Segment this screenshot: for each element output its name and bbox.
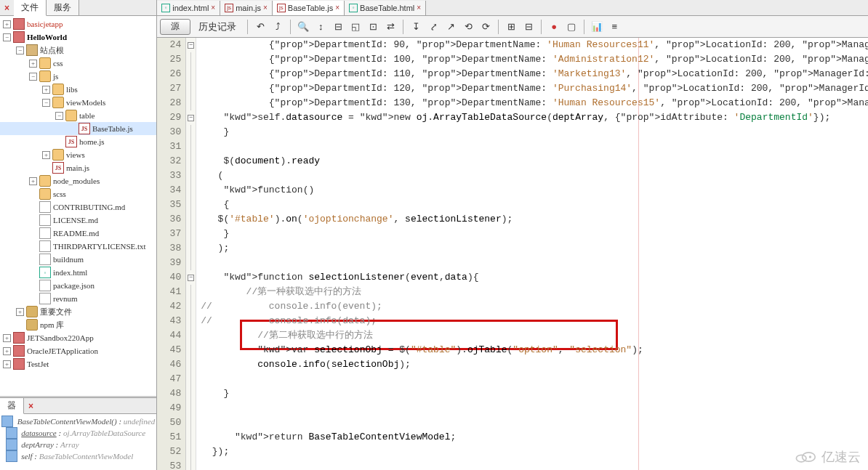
project-tabstrip: × 文件 服务 — [0, 0, 156, 16]
html-file-icon: ◦ — [349, 4, 358, 12]
close-icon[interactable]: × — [24, 401, 38, 411]
method-icon — [1, 416, 13, 427]
close-icon[interactable]: × — [417, 4, 421, 12]
project-icon — [13, 18, 25, 30]
html-file-icon: ◦ — [161, 4, 170, 12]
tree-basetable-js[interactable]: BaseTable.js — [92, 124, 133, 133]
navigator-outline[interactable]: BaseTableContentViewModel() : undefined … — [0, 414, 156, 463]
dedent-icon[interactable]: ↧ — [408, 19, 424, 35]
tab-navigator[interactable]: 器 — [0, 398, 24, 414]
find-icon[interactable]: 🔍 — [295, 19, 311, 35]
expand-icon[interactable]: − — [42, 99, 50, 107]
tree-table[interactable]: table — [79, 111, 95, 120]
source-button[interactable]: 源 — [160, 19, 190, 35]
tree-main-js[interactable]: main.js — [66, 163, 89, 172]
code-area[interactable]: {"prop">DepartmentId: 90, "prop">Departm… — [196, 38, 868, 470]
outline-vm[interactable]: BaseTableContentViewModel() — [17, 417, 117, 426]
project-tree[interactable]: +basicjetapp −HelloWorld −站点根 +css −js +… — [0, 16, 156, 396]
separator — [403, 20, 403, 34]
js-file-icon: js — [277, 4, 286, 12]
format-icon[interactable]: ◱ — [347, 19, 363, 35]
stop-icon[interactable]: ▢ — [563, 19, 579, 35]
editor-tab-basetable-html[interactable]: ◦BaseTable.html× — [345, 1, 426, 15]
redo-icon[interactable]: ⟳ — [478, 19, 494, 35]
tree-important-files[interactable]: 重要文件 — [40, 307, 72, 317]
tree-revnum[interactable]: revnum — [53, 294, 78, 303]
outline-self[interactable]: self — [21, 452, 32, 461]
tab-service[interactable]: 服务 — [47, 0, 79, 15]
tree-package-json[interactable]: package.json — [53, 281, 95, 290]
history-button[interactable]: 历史记录 — [192, 19, 243, 35]
tree-views[interactable]: views — [66, 150, 85, 159]
diff-icon[interactable]: ↕ — [313, 19, 329, 35]
toggle-icon[interactable]: ⊟ — [330, 19, 346, 35]
fold-column[interactable]: −−− — [186, 38, 196, 470]
editor-tab-basetable-js[interactable]: jsBaseTable.js× — [273, 1, 345, 15]
close-icon[interactable]: × — [335, 4, 339, 12]
expand-icon[interactable]: − — [3, 33, 11, 41]
important-files-icon — [26, 306, 38, 317]
list-icon[interactable]: ≡ — [606, 19, 622, 35]
tree-thirdparty[interactable]: THIRDPARTYLICENSE.txt — [53, 242, 146, 251]
tree-libs[interactable]: libs — [66, 85, 78, 94]
outline-datasource[interactable]: datasource — [21, 429, 56, 437]
tree-home-js[interactable]: home.js — [79, 137, 105, 146]
expand-icon[interactable]: − — [29, 73, 37, 81]
close-icon[interactable]: × — [211, 4, 215, 12]
nav-back-icon[interactable]: ↶ — [252, 19, 268, 35]
expand-icon[interactable]: + — [3, 360, 11, 368]
file-icon — [39, 240, 51, 252]
tree-css[interactable]: css — [53, 59, 63, 68]
tree-npm-lib[interactable]: npm 库 — [40, 320, 64, 331]
project-basicjetapp[interactable]: basicjetapp — [27, 20, 63, 28]
tree-js[interactable]: js — [53, 72, 58, 81]
expand-icon[interactable]: + — [29, 177, 37, 185]
expand-icon[interactable]: − — [16, 46, 24, 54]
tab-file[interactable]: 文件 — [14, 0, 47, 16]
expand-icon[interactable]: + — [3, 334, 11, 342]
wrap-icon[interactable]: ⊡ — [365, 19, 381, 35]
tree-index-html[interactable]: index.html — [53, 268, 87, 277]
outline-deptarray[interactable]: deptArray — [21, 440, 54, 449]
tree-viewmodels[interactable]: viewModels — [66, 98, 105, 107]
expand-icon[interactable]: − — [55, 112, 63, 120]
code-editor[interactable]: 2425262728293031323334353637383940414243… — [157, 38, 868, 470]
record-icon[interactable]: ● — [546, 19, 562, 35]
nav-fwd-icon[interactable]: ⤴ — [270, 19, 286, 35]
project-jetsandbox[interactable]: JETSandbox220App — [27, 333, 94, 342]
expand-icon[interactable]: + — [3, 20, 11, 28]
folder-icon — [39, 188, 51, 200]
expand-icon[interactable]: + — [16, 308, 24, 316]
project-oraclejet[interactable]: OracleJETApplication — [27, 347, 98, 355]
npm-lib-icon — [26, 319, 38, 331]
tree-readme[interactable]: README.md — [53, 229, 99, 238]
field-icon — [6, 450, 17, 462]
project-helloworld[interactable]: HelloWorld — [27, 33, 67, 41]
close-icon[interactable]: × — [0, 3, 14, 13]
indent-icon[interactable]: ⤤ — [425, 19, 441, 35]
left-panel: × 文件 服务 +basicjetapp −HelloWorld −站点根 +c… — [0, 0, 157, 470]
expand-icon[interactable]: + — [29, 60, 37, 68]
expand-icon[interactable]: + — [42, 151, 50, 159]
jump-icon[interactable]: ↗ — [443, 19, 459, 35]
tree-node-modules[interactable]: node_modules — [53, 177, 100, 185]
close-icon[interactable]: × — [263, 4, 268, 12]
collapse-icon[interactable]: ⊟ — [521, 19, 537, 35]
expand-icon[interactable]: + — [3, 347, 11, 355]
navigator-tabstrip: 器 × — [0, 398, 156, 414]
project-testjet[interactable]: TestJet — [27, 360, 49, 368]
tree-site-root[interactable]: 站点根 — [40, 45, 64, 56]
tree-contributing[interactable]: CONTRIBUTING.md — [53, 203, 125, 211]
chart-icon[interactable]: 📊 — [589, 19, 605, 35]
expand-icon[interactable]: + — [42, 86, 50, 94]
tree-buildnum[interactable]: buildnum — [53, 255, 84, 264]
separator — [290, 20, 291, 34]
undo-icon[interactable]: ⟲ — [460, 19, 476, 35]
editor-tab-main[interactable]: jsmain.js× — [220, 1, 273, 15]
folder-icon — [39, 70, 51, 82]
tree-scss[interactable]: scss — [53, 190, 66, 198]
tree-license[interactable]: LICENSE.md — [53, 216, 98, 224]
shift-icon[interactable]: ⇄ — [382, 19, 398, 35]
expand-icon[interactable]: ⊞ — [503, 19, 519, 35]
editor-tab-index[interactable]: ◦index.html× — [157, 1, 220, 15]
